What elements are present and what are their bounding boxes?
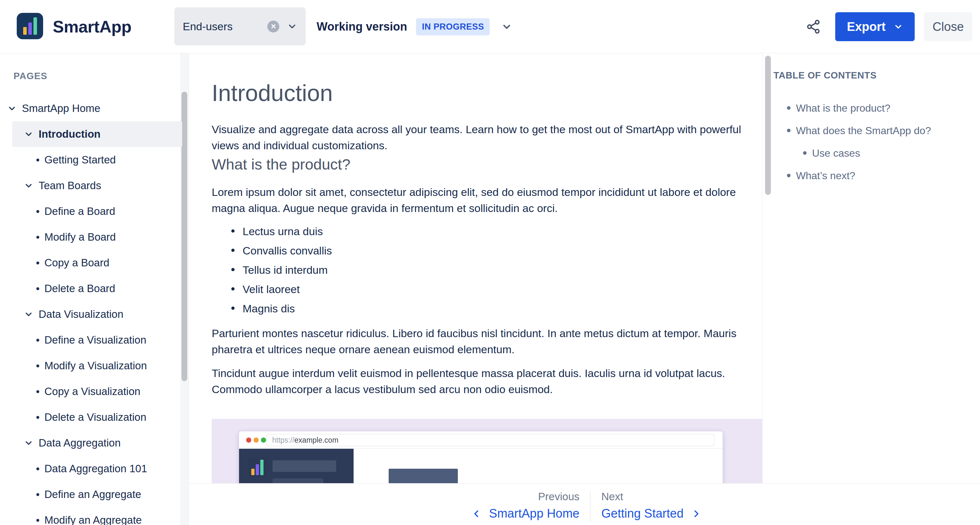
page-tree-item-label: Team Boards [38,180,101,192]
space-selector-dropdown[interactable]: End-users [174,7,305,45]
bullet-list-item: Tellus id interdum [231,263,762,277]
chevron-right-icon [691,509,701,519]
bullet-icon [37,339,39,342]
pages-sidebar: PAGES SmartApp Home Introduction [0,53,189,525]
next-page-block: Next Getting Started [601,491,701,520]
toc-title: TABLE OF CONTENTS [773,70,877,81]
toc-item[interactable]: What is the product? [773,102,979,115]
page-tree-item-label: Introduction [38,128,100,140]
intro-paragraph: Visualize and aggregate data across all … [212,121,762,153]
app-title: SmartApp [53,0,131,53]
traffic-lights-icon [246,438,266,443]
page-tree-item-label: SmartApp Home [22,102,100,115]
page-tree-item[interactable]: Copy a Board [0,250,189,276]
page-tree-item[interactable]: Define a Visualization [0,327,189,353]
page-tree-item[interactable]: Data Visualization [0,301,189,327]
page-tree-item-label: Modify a Visualization [45,360,147,372]
pagination-footer: Previous SmartApp Home Next Getting Star… [189,483,980,525]
bullet-icon [37,287,39,290]
body-paragraph: Parturient montes nascetur ridiculus. Li… [212,325,762,357]
page-tree-item[interactable]: Modify a Board [0,224,189,250]
page-tree-item[interactable]: Define an Aggregate [0,482,189,507]
content-scrollbar-track [762,54,762,525]
logo-bar-teal [260,460,264,475]
bullet-list-item: Convallis convallis [231,243,762,258]
chevron-left-icon [472,509,481,519]
page-tree-item[interactable]: Getting Started [0,147,189,173]
url-scheme: https:// [272,436,294,445]
toc-item[interactable]: What’s next? [773,169,979,182]
chevron-down-icon[interactable] [24,309,33,319]
page-tree-item-label: Getting Started [45,154,116,166]
page-tree-item[interactable]: Delete a Visualization [0,404,189,430]
logo-bar-yellow [251,469,255,475]
bullet-icon [37,519,39,522]
chevron-down-icon[interactable] [7,103,17,113]
bullet-icon [37,468,39,470]
logo-bar-teal [33,18,37,35]
traffic-light-red-icon [246,438,251,443]
chevron-down-icon [894,22,903,32]
bullet-list-item: Lectus urna duis [231,224,762,239]
content-scrollbar-thumb[interactable] [765,56,771,195]
bullet-icon [37,364,39,368]
chevron-down-icon[interactable] [24,181,33,191]
logo-bar-purple [28,22,32,35]
document-content: Introduction Visualize and aggregate dat… [189,53,762,525]
logo-bar-yellow [23,27,27,35]
traffic-light-yellow-icon [253,438,259,443]
app-logo-icon [17,13,43,39]
page-tree-item[interactable]: SmartApp Home [0,95,189,121]
page-tree-item-label: Modify an Aggregate [45,514,142,525]
logo-bar-purple [256,464,259,475]
page-tree-item-label: Delete a Visualization [45,411,146,423]
body-paragraph: Lorem ipsum dolor sit amet, consectetur … [212,184,762,216]
page-tree-item-label: Define a Board [45,205,115,218]
url-host: example.com [294,436,339,445]
page-tree: SmartApp Home Introduction Getting Start… [0,95,189,525]
pages-sidebar-title: PAGES [14,71,47,81]
toc-item[interactable]: What does the SmartApp do? [773,124,979,137]
page-tree-item[interactable]: Data Aggregation [0,430,189,456]
next-page-link[interactable]: Getting Started [601,507,701,520]
close-button[interactable]: Close [924,12,972,41]
footer-divider [590,491,590,522]
page-tree-item-label: Data Aggregation 101 [45,463,147,475]
bullet-icon [37,261,39,264]
bullet-icon [37,390,39,393]
page-tree-item-label: Copy a Visualization [45,385,140,398]
page-tree-item-label: Delete a Board [45,282,115,295]
page-tree-item[interactable]: Team Boards [0,173,189,199]
app-window: SmartApp End-users Working version IN PR… [0,0,980,525]
page-tree-item-label: Define an Aggregate [45,488,141,501]
page-tree-item[interactable]: Delete a Board [0,276,189,301]
page-tree-item[interactable]: Introduction [0,121,189,147]
chevron-down-icon[interactable] [24,438,33,448]
chevron-down-icon [287,21,297,32]
page-title: Introduction [212,80,762,106]
page-tree-item[interactable]: Define a Board [0,199,189,224]
previous-page-block: Previous SmartApp Home [414,491,579,520]
bullet-icon [37,159,39,161]
clear-selection-icon[interactable] [267,21,279,32]
bullet-icon [37,493,39,496]
page-tree-item[interactable]: Modify a Visualization [0,353,189,379]
previous-page-link[interactable]: SmartApp Home [414,507,579,520]
export-button-label: Export [847,20,885,34]
page-tree-item[interactable]: Modify an Aggregate [0,507,189,525]
share-icon[interactable] [806,19,821,34]
browser-mockup-url-bar: https://example.com [267,434,714,446]
page-tree-item[interactable]: Data Aggregation 101 [0,456,189,482]
page-tree-item[interactable]: Copy a Visualization [0,379,189,404]
chevron-down-icon[interactable] [24,129,33,139]
bullet-icon [37,210,39,213]
mockup-logo-icon [247,457,267,478]
traffic-light-green-icon [261,438,266,443]
page-tree-item-label: Data Visualization [38,308,124,320]
section-heading: What is the product? [212,155,762,173]
toc-list: What is the product? What does the Smart… [773,102,979,192]
mockup-placeholder-bar [272,460,336,472]
export-button[interactable]: Export [835,12,915,41]
toc-item[interactable]: Use cases [773,147,979,159]
version-selector[interactable]: Working version IN PROGRESS [317,0,512,53]
